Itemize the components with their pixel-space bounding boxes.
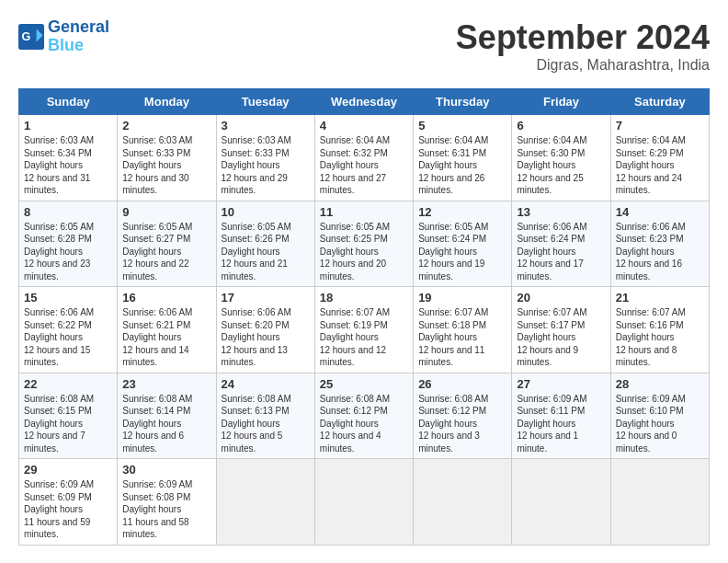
cell-info: Sunrise: 6:05 AMSunset: 6:27 PMDaylight … [122,221,210,283]
day-number: 12 [418,205,506,219]
col-friday: Friday [512,89,610,115]
calendar-cell: 28Sunrise: 6:09 AMSunset: 6:10 PMDayligh… [610,373,709,459]
weekday-header-row: Sunday Monday Tuesday Wednesday Thursday… [19,89,710,115]
day-number: 14 [616,205,704,219]
cell-info: Sunrise: 6:05 AMSunset: 6:25 PMDaylight … [320,221,408,283]
cell-info: Sunrise: 6:06 AMSunset: 6:23 PMDaylight … [616,221,704,283]
calendar-cell: 20Sunrise: 6:07 AMSunset: 6:17 PMDayligh… [512,287,610,373]
cell-info: Sunrise: 6:08 AMSunset: 6:15 PMDaylight … [24,393,112,455]
calendar-cell: 25Sunrise: 6:08 AMSunset: 6:12 PMDayligh… [314,373,413,459]
calendar-cell: 10Sunrise: 6:05 AMSunset: 6:26 PMDayligh… [216,201,314,287]
cell-info: Sunrise: 6:05 AMSunset: 6:24 PMDaylight … [418,221,506,283]
calendar-cell: 16Sunrise: 6:06 AMSunset: 6:21 PMDayligh… [118,287,216,373]
logo-text: General Blue [48,18,109,55]
calendar-cell: 21Sunrise: 6:07 AMSunset: 6:16 PMDayligh… [610,287,709,373]
cell-info: Sunrise: 6:07 AMSunset: 6:16 PMDaylight … [616,306,704,369]
calendar-cell [610,459,709,546]
calendar-cell: 3Sunrise: 6:03 AMSunset: 6:33 PMDaylight… [216,115,314,201]
day-number: 26 [418,377,506,391]
calendar-cell: 2Sunrise: 6:03 AMSunset: 6:33 PMDaylight… [118,115,216,201]
day-number: 6 [517,119,605,132]
day-number: 17 [222,291,310,304]
logo-line1: General [48,17,109,36]
cell-info: Sunrise: 6:04 AMSunset: 6:30 PMDaylight … [517,134,605,197]
cell-info: Sunrise: 6:06 AMSunset: 6:24 PMDaylight … [517,221,605,283]
cell-info: Sunrise: 6:04 AMSunset: 6:29 PMDaylight … [616,134,704,197]
calendar-cell: 12Sunrise: 6:05 AMSunset: 6:24 PMDayligh… [414,201,512,287]
calendar-cell: 7Sunrise: 6:04 AMSunset: 6:29 PMDaylight… [610,115,709,201]
cell-info: Sunrise: 6:09 AMSunset: 6:08 PMDaylight … [122,478,210,541]
calendar-cell: 8Sunrise: 6:05 AMSunset: 6:28 PMDaylight… [19,201,118,287]
cell-info: Sunrise: 6:03 AMSunset: 6:33 PMDaylight … [122,134,210,197]
day-number: 10 [222,205,310,219]
cell-info: Sunrise: 6:08 AMSunset: 6:13 PMDaylight … [222,393,310,455]
calendar-cell: 9Sunrise: 6:05 AMSunset: 6:27 PMDaylight… [118,201,216,287]
cell-info: Sunrise: 6:07 AMSunset: 6:18 PMDaylight … [418,306,506,369]
calendar-cell: 27Sunrise: 6:09 AMSunset: 6:11 PMDayligh… [512,373,610,459]
calendar-cell: 11Sunrise: 6:05 AMSunset: 6:25 PMDayligh… [314,201,413,287]
day-number: 22 [24,377,112,391]
day-number: 19 [418,291,506,304]
col-sunday: Sunday [19,89,118,115]
calendar-cell [414,459,512,546]
calendar-cell: 22Sunrise: 6:08 AMSunset: 6:15 PMDayligh… [19,373,118,459]
col-tuesday: Tuesday [216,89,314,115]
cell-info: Sunrise: 6:05 AMSunset: 6:26 PMDaylight … [222,221,310,283]
day-number: 16 [122,291,210,304]
calendar-cell: 19Sunrise: 6:07 AMSunset: 6:18 PMDayligh… [414,287,512,373]
cell-info: Sunrise: 6:08 AMSunset: 6:12 PMDaylight … [320,393,408,455]
logo: G General Blue [18,18,109,55]
cell-info: Sunrise: 6:07 AMSunset: 6:19 PMDaylight … [320,306,408,369]
calendar-cell: 5Sunrise: 6:04 AMSunset: 6:31 PMDaylight… [414,115,512,201]
calendar-cell: 17Sunrise: 6:06 AMSunset: 6:20 PMDayligh… [216,287,314,373]
cell-info: Sunrise: 6:09 AMSunset: 6:10 PMDaylight … [616,393,704,455]
day-number: 21 [616,291,704,304]
day-number: 30 [122,463,210,477]
col-monday: Monday [118,89,216,115]
cell-info: Sunrise: 6:06 AMSunset: 6:20 PMDaylight … [222,306,310,369]
logo-icon: G [18,24,44,50]
day-number: 5 [418,119,506,132]
calendar-week-3: 15Sunrise: 6:06 AMSunset: 6:22 PMDayligh… [19,287,710,373]
cell-info: Sunrise: 6:03 AMSunset: 6:33 PMDaylight … [222,134,310,197]
day-number: 15 [24,291,112,304]
cell-info: Sunrise: 6:09 AMSunset: 6:11 PMDaylight … [517,393,605,455]
calendar-table: Sunday Monday Tuesday Wednesday Thursday… [18,88,710,546]
day-number: 3 [222,119,310,132]
cell-info: Sunrise: 6:09 AMSunset: 6:09 PMDaylight … [24,478,112,541]
cell-info: Sunrise: 6:08 AMSunset: 6:12 PMDaylight … [418,393,506,455]
day-number: 4 [320,119,408,132]
day-number: 18 [320,291,408,304]
day-number: 8 [24,205,112,219]
calendar-week-1: 1Sunrise: 6:03 AMSunset: 6:34 PMDaylight… [19,115,710,201]
day-number: 28 [616,377,704,391]
day-number: 9 [122,205,210,219]
page-header: G General Blue September 2024 Digras, Ma… [18,18,710,74]
logo-line2: Blue [48,36,84,54]
calendar-cell: 15Sunrise: 6:06 AMSunset: 6:22 PMDayligh… [19,287,118,373]
cell-info: Sunrise: 6:07 AMSunset: 6:17 PMDaylight … [517,306,605,369]
month-year: September 2024 [456,18,710,57]
location: Digras, Maharashtra, India [456,57,710,74]
calendar-cell [512,459,610,546]
day-number: 25 [320,377,408,391]
calendar-cell: 6Sunrise: 6:04 AMSunset: 6:30 PMDaylight… [512,115,610,201]
calendar-week-2: 8Sunrise: 6:05 AMSunset: 6:28 PMDaylight… [19,201,710,287]
day-number: 23 [122,377,210,391]
col-wednesday: Wednesday [314,89,413,115]
calendar-cell [314,459,413,546]
day-number: 13 [517,205,605,219]
col-thursday: Thursday [414,89,512,115]
day-number: 27 [517,377,605,391]
cell-info: Sunrise: 6:03 AMSunset: 6:34 PMDaylight … [24,134,112,197]
calendar-cell: 29Sunrise: 6:09 AMSunset: 6:09 PMDayligh… [19,459,118,546]
day-number: 29 [24,463,112,477]
calendar-cell: 30Sunrise: 6:09 AMSunset: 6:08 PMDayligh… [118,459,216,546]
cell-info: Sunrise: 6:06 AMSunset: 6:21 PMDaylight … [122,306,210,369]
cell-info: Sunrise: 6:08 AMSunset: 6:14 PMDaylight … [122,393,210,455]
cell-info: Sunrise: 6:06 AMSunset: 6:22 PMDaylight … [24,306,112,369]
day-number: 2 [122,119,210,132]
calendar-cell: 23Sunrise: 6:08 AMSunset: 6:14 PMDayligh… [118,373,216,459]
cell-info: Sunrise: 6:05 AMSunset: 6:28 PMDaylight … [24,221,112,283]
day-number: 24 [222,377,310,391]
